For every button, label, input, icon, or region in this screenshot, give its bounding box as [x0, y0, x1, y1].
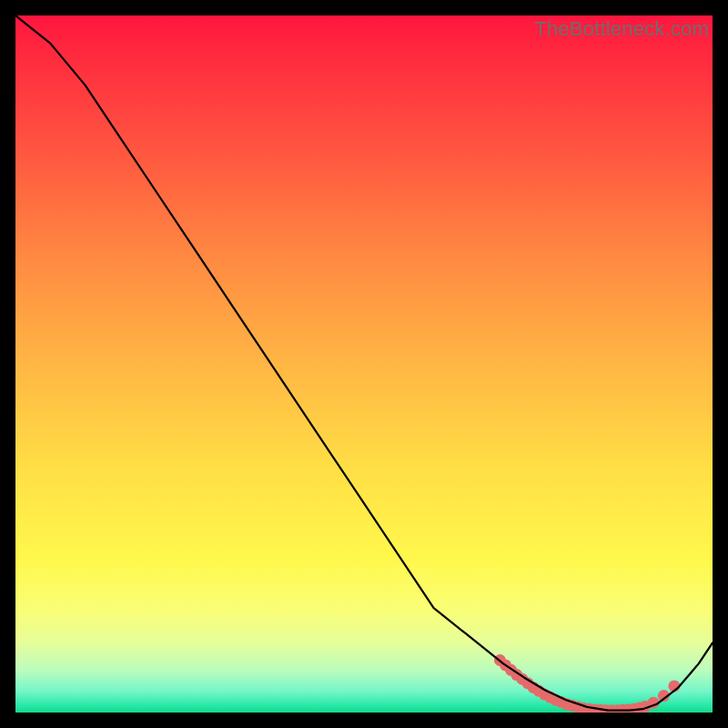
chart-markers — [494, 654, 681, 713]
chart-curve — [15, 15, 713, 711]
chart-area: TheBottleneck.com — [15, 15, 713, 713]
chart-svg — [15, 15, 713, 713]
